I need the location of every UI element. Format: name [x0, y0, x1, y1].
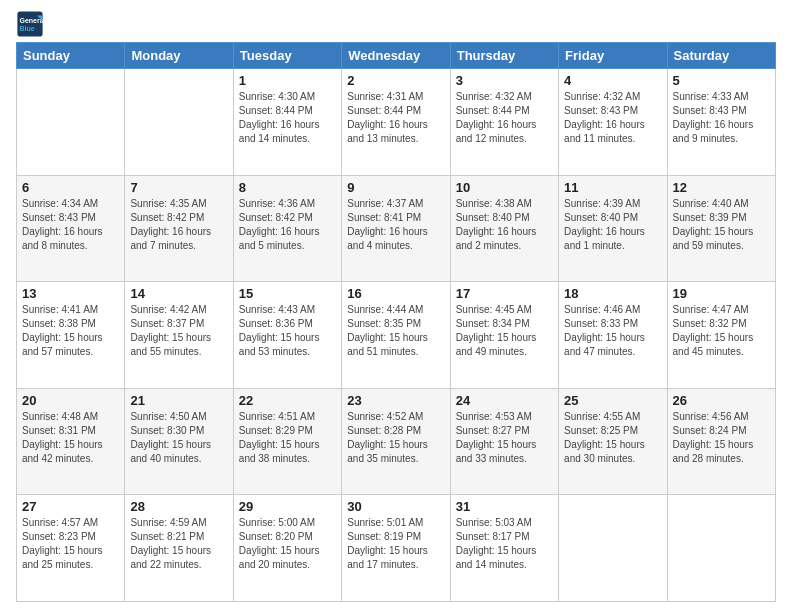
- weekday-header: Wednesday: [342, 43, 450, 69]
- day-number: 7: [130, 180, 227, 195]
- day-number: 26: [673, 393, 770, 408]
- calendar-week-row: 20Sunrise: 4:48 AM Sunset: 8:31 PM Dayli…: [17, 388, 776, 495]
- day-number: 17: [456, 286, 553, 301]
- day-number: 3: [456, 73, 553, 88]
- day-number: 25: [564, 393, 661, 408]
- day-number: 15: [239, 286, 336, 301]
- calendar-week-row: 1Sunrise: 4:30 AM Sunset: 8:44 PM Daylig…: [17, 69, 776, 176]
- calendar-cell: 19Sunrise: 4:47 AM Sunset: 8:32 PM Dayli…: [667, 282, 775, 389]
- day-number: 8: [239, 180, 336, 195]
- day-number: 27: [22, 499, 119, 514]
- day-info: Sunrise: 4:36 AM Sunset: 8:42 PM Dayligh…: [239, 197, 336, 253]
- logo: General Blue: [16, 10, 48, 38]
- calendar-cell: 18Sunrise: 4:46 AM Sunset: 8:33 PM Dayli…: [559, 282, 667, 389]
- calendar-cell: 23Sunrise: 4:52 AM Sunset: 8:28 PM Dayli…: [342, 388, 450, 495]
- svg-rect-0: [17, 11, 42, 36]
- calendar-cell: 8Sunrise: 4:36 AM Sunset: 8:42 PM Daylig…: [233, 175, 341, 282]
- calendar-cell: 30Sunrise: 5:01 AM Sunset: 8:19 PM Dayli…: [342, 495, 450, 602]
- day-info: Sunrise: 4:39 AM Sunset: 8:40 PM Dayligh…: [564, 197, 661, 253]
- day-number: 16: [347, 286, 444, 301]
- day-number: 23: [347, 393, 444, 408]
- calendar-cell: 20Sunrise: 4:48 AM Sunset: 8:31 PM Dayli…: [17, 388, 125, 495]
- weekday-header: Saturday: [667, 43, 775, 69]
- day-info: Sunrise: 4:52 AM Sunset: 8:28 PM Dayligh…: [347, 410, 444, 466]
- calendar-cell: 10Sunrise: 4:38 AM Sunset: 8:40 PM Dayli…: [450, 175, 558, 282]
- calendar-cell: 3Sunrise: 4:32 AM Sunset: 8:44 PM Daylig…: [450, 69, 558, 176]
- calendar: SundayMondayTuesdayWednesdayThursdayFrid…: [16, 42, 776, 602]
- calendar-cell: 14Sunrise: 4:42 AM Sunset: 8:37 PM Dayli…: [125, 282, 233, 389]
- day-number: 24: [456, 393, 553, 408]
- day-number: 13: [22, 286, 119, 301]
- day-info: Sunrise: 5:03 AM Sunset: 8:17 PM Dayligh…: [456, 516, 553, 572]
- header: General Blue: [16, 10, 776, 38]
- day-number: 28: [130, 499, 227, 514]
- day-number: 6: [22, 180, 119, 195]
- page: General Blue SundayMondayTuesdayWednesda…: [0, 0, 792, 612]
- svg-text:Blue: Blue: [20, 25, 35, 32]
- day-info: Sunrise: 4:44 AM Sunset: 8:35 PM Dayligh…: [347, 303, 444, 359]
- calendar-cell: [17, 69, 125, 176]
- calendar-cell: 5Sunrise: 4:33 AM Sunset: 8:43 PM Daylig…: [667, 69, 775, 176]
- calendar-cell: 29Sunrise: 5:00 AM Sunset: 8:20 PM Dayli…: [233, 495, 341, 602]
- calendar-cell: 25Sunrise: 4:55 AM Sunset: 8:25 PM Dayli…: [559, 388, 667, 495]
- day-info: Sunrise: 4:45 AM Sunset: 8:34 PM Dayligh…: [456, 303, 553, 359]
- weekday-header: Tuesday: [233, 43, 341, 69]
- day-info: Sunrise: 4:30 AM Sunset: 8:44 PM Dayligh…: [239, 90, 336, 146]
- day-info: Sunrise: 4:31 AM Sunset: 8:44 PM Dayligh…: [347, 90, 444, 146]
- calendar-cell: 4Sunrise: 4:32 AM Sunset: 8:43 PM Daylig…: [559, 69, 667, 176]
- calendar-week-row: 6Sunrise: 4:34 AM Sunset: 8:43 PM Daylig…: [17, 175, 776, 282]
- day-number: 20: [22, 393, 119, 408]
- weekday-header: Friday: [559, 43, 667, 69]
- day-info: Sunrise: 4:53 AM Sunset: 8:27 PM Dayligh…: [456, 410, 553, 466]
- day-info: Sunrise: 4:50 AM Sunset: 8:30 PM Dayligh…: [130, 410, 227, 466]
- day-info: Sunrise: 4:46 AM Sunset: 8:33 PM Dayligh…: [564, 303, 661, 359]
- day-info: Sunrise: 4:57 AM Sunset: 8:23 PM Dayligh…: [22, 516, 119, 572]
- calendar-cell: 7Sunrise: 4:35 AM Sunset: 8:42 PM Daylig…: [125, 175, 233, 282]
- calendar-cell: [559, 495, 667, 602]
- calendar-cell: 28Sunrise: 4:59 AM Sunset: 8:21 PM Dayli…: [125, 495, 233, 602]
- day-number: 12: [673, 180, 770, 195]
- day-number: 10: [456, 180, 553, 195]
- calendar-cell: 11Sunrise: 4:39 AM Sunset: 8:40 PM Dayli…: [559, 175, 667, 282]
- day-number: 19: [673, 286, 770, 301]
- calendar-cell: 15Sunrise: 4:43 AM Sunset: 8:36 PM Dayli…: [233, 282, 341, 389]
- day-info: Sunrise: 4:43 AM Sunset: 8:36 PM Dayligh…: [239, 303, 336, 359]
- day-info: Sunrise: 4:48 AM Sunset: 8:31 PM Dayligh…: [22, 410, 119, 466]
- calendar-cell: 22Sunrise: 4:51 AM Sunset: 8:29 PM Dayli…: [233, 388, 341, 495]
- calendar-cell: 9Sunrise: 4:37 AM Sunset: 8:41 PM Daylig…: [342, 175, 450, 282]
- calendar-cell: 27Sunrise: 4:57 AM Sunset: 8:23 PM Dayli…: [17, 495, 125, 602]
- calendar-cell: 17Sunrise: 4:45 AM Sunset: 8:34 PM Dayli…: [450, 282, 558, 389]
- day-info: Sunrise: 4:56 AM Sunset: 8:24 PM Dayligh…: [673, 410, 770, 466]
- day-info: Sunrise: 5:01 AM Sunset: 8:19 PM Dayligh…: [347, 516, 444, 572]
- calendar-week-row: 27Sunrise: 4:57 AM Sunset: 8:23 PM Dayli…: [17, 495, 776, 602]
- day-number: 5: [673, 73, 770, 88]
- day-number: 1: [239, 73, 336, 88]
- calendar-cell: 16Sunrise: 4:44 AM Sunset: 8:35 PM Dayli…: [342, 282, 450, 389]
- day-info: Sunrise: 4:40 AM Sunset: 8:39 PM Dayligh…: [673, 197, 770, 253]
- day-number: 9: [347, 180, 444, 195]
- day-info: Sunrise: 4:55 AM Sunset: 8:25 PM Dayligh…: [564, 410, 661, 466]
- day-number: 18: [564, 286, 661, 301]
- calendar-cell: [125, 69, 233, 176]
- calendar-cell: [667, 495, 775, 602]
- day-number: 29: [239, 499, 336, 514]
- day-info: Sunrise: 4:37 AM Sunset: 8:41 PM Dayligh…: [347, 197, 444, 253]
- day-info: Sunrise: 5:00 AM Sunset: 8:20 PM Dayligh…: [239, 516, 336, 572]
- day-info: Sunrise: 4:32 AM Sunset: 8:43 PM Dayligh…: [564, 90, 661, 146]
- weekday-header: Sunday: [17, 43, 125, 69]
- calendar-cell: 26Sunrise: 4:56 AM Sunset: 8:24 PM Dayli…: [667, 388, 775, 495]
- calendar-cell: 24Sunrise: 4:53 AM Sunset: 8:27 PM Dayli…: [450, 388, 558, 495]
- day-info: Sunrise: 4:32 AM Sunset: 8:44 PM Dayligh…: [456, 90, 553, 146]
- day-info: Sunrise: 4:41 AM Sunset: 8:38 PM Dayligh…: [22, 303, 119, 359]
- day-number: 21: [130, 393, 227, 408]
- weekday-header: Monday: [125, 43, 233, 69]
- day-number: 11: [564, 180, 661, 195]
- calendar-cell: 1Sunrise: 4:30 AM Sunset: 8:44 PM Daylig…: [233, 69, 341, 176]
- day-info: Sunrise: 4:38 AM Sunset: 8:40 PM Dayligh…: [456, 197, 553, 253]
- day-number: 30: [347, 499, 444, 514]
- calendar-cell: 12Sunrise: 4:40 AM Sunset: 8:39 PM Dayli…: [667, 175, 775, 282]
- calendar-week-row: 13Sunrise: 4:41 AM Sunset: 8:38 PM Dayli…: [17, 282, 776, 389]
- calendar-cell: 21Sunrise: 4:50 AM Sunset: 8:30 PM Dayli…: [125, 388, 233, 495]
- day-number: 22: [239, 393, 336, 408]
- day-number: 14: [130, 286, 227, 301]
